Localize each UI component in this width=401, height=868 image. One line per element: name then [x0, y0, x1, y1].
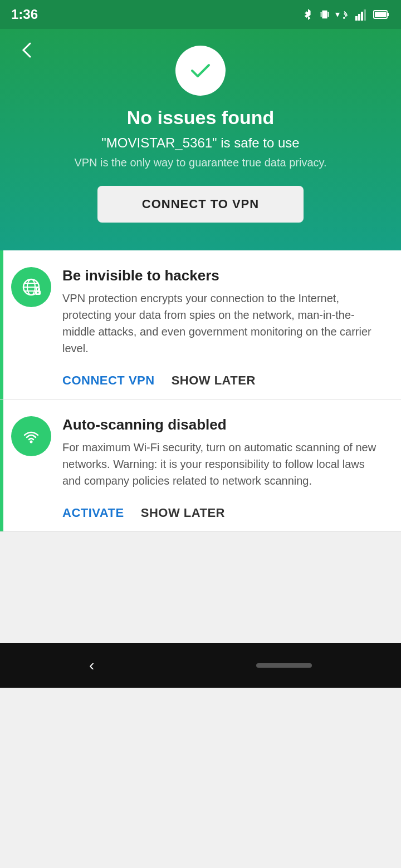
svg-rect-10: [375, 12, 386, 17]
hackers-card-desc: VPN protection encrypts your connection …: [62, 290, 384, 357]
svg-rect-7: [361, 12, 363, 21]
svg-point-18: [37, 292, 39, 294]
status-time: 1:36: [11, 7, 38, 22]
autoscan-card-title: Auto-scanning disabled: [62, 416, 384, 433]
page-title: No issues found: [127, 107, 274, 129]
show-later-button-2[interactable]: SHOW LATER: [141, 506, 225, 520]
svg-point-19: [30, 441, 33, 443]
autoscan-card-content: Auto-scanning disabled For maximum Wi-Fi…: [62, 416, 384, 489]
bottom-area: [0, 532, 401, 643]
svg-point-4: [343, 17, 345, 19]
autoscan-card-actions: ACTIVATE SHOW LATER: [11, 506, 384, 520]
connect-vpn-button[interactable]: CONNECT VPN: [62, 373, 155, 388]
svg-rect-0: [322, 11, 327, 19]
autoscan-card-desc: For maximum Wi-Fi security, turn on auto…: [62, 439, 384, 489]
battery-icon: [373, 8, 390, 21]
svg-rect-6: [358, 14, 360, 21]
cards-container: Be invisible to hackers VPN protection e…: [0, 250, 401, 532]
nav-home-pill[interactable]: [256, 663, 312, 668]
wifi-svg: [20, 425, 42, 447]
svg-rect-8: [364, 9, 366, 21]
svg-rect-11: [387, 13, 389, 16]
bluetooth-icon: [302, 8, 314, 21]
success-circle: [175, 46, 226, 96]
back-button[interactable]: [17, 40, 37, 65]
wifi-icon: ▾: [335, 8, 351, 21]
autoscan-card: Auto-scanning disabled For maximum Wi-Fi…: [0, 400, 401, 532]
card-left-bar: [0, 250, 3, 399]
activate-button[interactable]: ACTIVATE: [62, 506, 124, 520]
globe-lock-svg: [20, 276, 42, 298]
status-icons: ▾: [302, 8, 390, 21]
show-later-button-1[interactable]: SHOW LATER: [172, 373, 256, 388]
svg-text:▾: ▾: [335, 9, 340, 19]
safe-subtitle: "MOVISTAR_5361" is safe to use: [101, 135, 299, 151]
status-bar: 1:36 ▾: [0, 0, 401, 29]
wifi-circle-icon: [11, 416, 51, 456]
signal-icon: [355, 8, 369, 21]
hackers-card-actions: CONNECT VPN SHOW LATER: [11, 373, 384, 388]
connect-to-vpn-button[interactable]: CONNECT TO VPN: [97, 186, 304, 223]
hackers-card-title: Be invisible to hackers: [62, 267, 384, 284]
vpn-hint: VPN is the only way to guarantee true da…: [74, 156, 326, 169]
card-left-bar-2: [0, 400, 3, 531]
hackers-card: Be invisible to hackers VPN protection e…: [0, 250, 401, 400]
autoscan-card-top: Auto-scanning disabled For maximum Wi-Fi…: [11, 416, 384, 489]
globe-lock-icon: [11, 267, 51, 307]
svg-rect-5: [355, 16, 358, 21]
navigation-bar: ‹: [0, 643, 401, 688]
hackers-card-content: Be invisible to hackers VPN protection e…: [62, 267, 384, 357]
check-icon: [187, 57, 214, 85]
svg-rect-1: [321, 12, 322, 17]
card-top: Be invisible to hackers VPN protection e…: [11, 267, 384, 357]
header-section: No issues found "MOVISTAR_5361" is safe …: [0, 29, 401, 250]
svg-rect-2: [328, 12, 329, 17]
vibrate-icon: [319, 8, 331, 21]
nav-back-button[interactable]: ‹: [89, 657, 94, 674]
